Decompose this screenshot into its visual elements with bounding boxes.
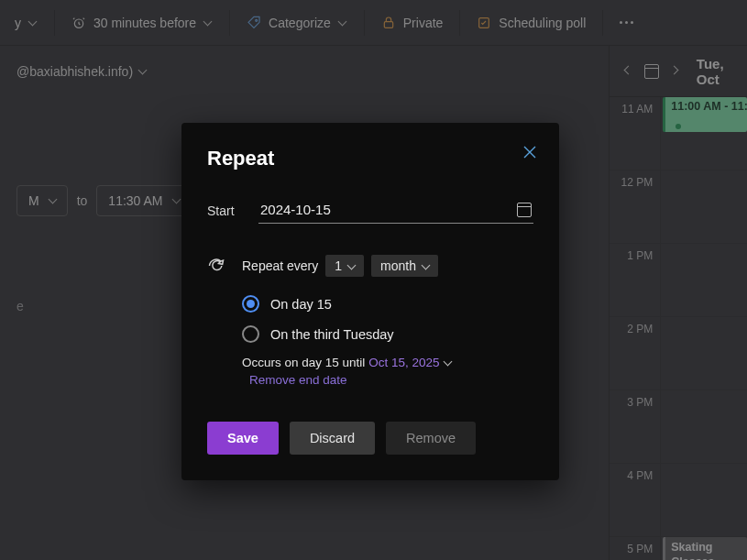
modal-close-button[interactable] [517, 139, 543, 165]
save-button[interactable]: Save [207, 422, 279, 455]
occurs-prefix: Occurs on day 15 until [242, 356, 365, 369]
radio-icon [242, 325, 259, 343]
start-date-value: 2024-10-15 [260, 202, 331, 217]
discard-button[interactable]: Discard [290, 422, 375, 455]
repeat-count-select[interactable]: 1 [325, 255, 364, 277]
end-date-dropdown[interactable]: Oct 15, 2025 [368, 356, 452, 369]
chevron-down-icon [422, 262, 431, 271]
chevron-down-icon [347, 262, 357, 271]
close-icon [522, 145, 537, 159]
calendar-icon [517, 203, 532, 217]
radio-icon [242, 295, 259, 313]
start-label: Start [207, 203, 242, 218]
modal-button-row: Save Discard Remove [207, 422, 533, 455]
repeat-count-value: 1 [335, 258, 342, 273]
repeat-unit-select[interactable]: month [371, 255, 438, 277]
repeat-unit-value: month [380, 258, 416, 273]
monthly-pattern-radio-group: On day 15 On the third Tuesday [242, 295, 533, 343]
chevron-down-icon [444, 358, 453, 368]
repeat-modal: Repeat Start 2024-10-15 Repeat every 1 m… [181, 123, 559, 480]
radio-on-weekday[interactable]: On the third Tuesday [242, 325, 533, 343]
remove-button[interactable]: Remove [386, 422, 476, 455]
radio-on-day[interactable]: On day 15 [242, 295, 533, 313]
end-date-value: Oct 15, 2025 [368, 356, 439, 369]
recurrence-icon [207, 257, 225, 275]
occurrence-summary: Occurs on day 15 until Oct 15, 2025 Remo… [242, 356, 533, 387]
repeat-every-label: Repeat every [242, 258, 318, 273]
start-date-input[interactable]: 2024-10-15 [258, 198, 533, 224]
modal-title: Repeat [207, 147, 533, 170]
radio-on-day-label: On day 15 [270, 297, 332, 312]
radio-on-weekday-label: On the third Tuesday [270, 327, 394, 342]
remove-end-date-link[interactable]: Remove end date [249, 373, 347, 387]
